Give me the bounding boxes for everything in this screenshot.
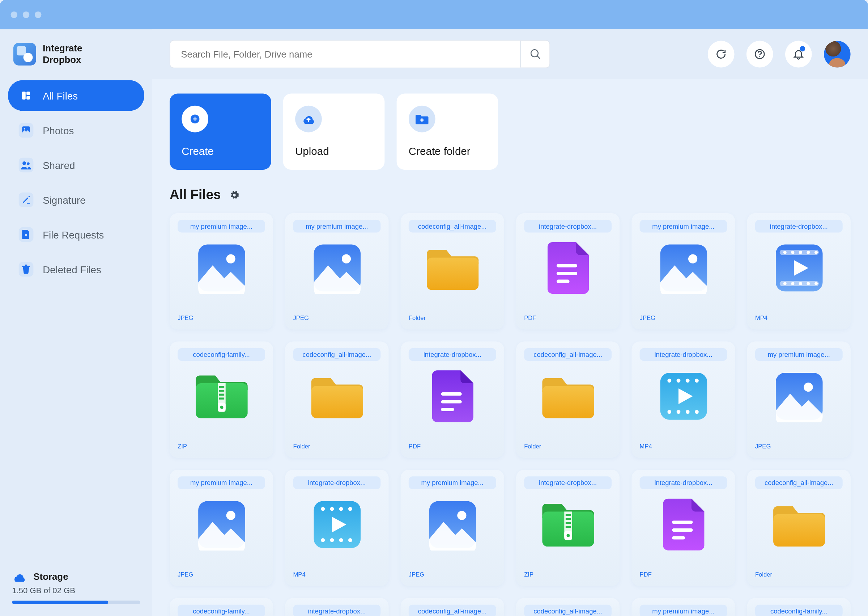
svg-point-57 [803, 383, 812, 391]
file-card[interactable]: my premium image...JPEG [285, 213, 389, 329]
storage-bar [12, 601, 140, 604]
svg-rect-0 [22, 91, 26, 99]
file-card[interactable]: integrate-dropbox... [285, 598, 389, 616]
search-box [170, 40, 550, 68]
file-card[interactable]: integrate-dropbox...PDF [401, 341, 504, 457]
file-name: integrate-dropbox... [639, 348, 727, 361]
file-name: codeconfig_all-image... [409, 605, 496, 616]
file-card[interactable]: my premium image...JPEG [170, 213, 273, 329]
avatar[interactable] [824, 41, 851, 68]
svg-point-31 [799, 282, 802, 285]
search-input[interactable] [170, 41, 520, 68]
sidebar-item-label: Shared [43, 159, 75, 170]
file-name: my premium image... [177, 220, 265, 233]
svg-point-20 [688, 254, 697, 263]
file-card[interactable]: my premium image... [631, 598, 735, 616]
sidebar-item-label: Deleted Files [43, 264, 101, 275]
sidebar-item-shared[interactable]: Shared [8, 150, 144, 181]
svg-point-33 [814, 282, 817, 285]
sync-button[interactable] [708, 41, 735, 68]
action-label: Create [182, 146, 259, 157]
sidebar: Integrate Dropbox All FilesPhotosSharedS… [0, 29, 152, 616]
file-card[interactable]: my premium image...JPEG [631, 213, 735, 329]
file-card[interactable]: my premium image...JPEG [747, 341, 851, 457]
create-folder-button[interactable]: Create folder [397, 93, 498, 170]
sidebar-item-file-requests[interactable]: File Requests [8, 219, 144, 250]
file-image-icon [195, 498, 248, 550]
file-card[interactable]: integrate-dropbox...PDF [516, 213, 619, 329]
file-type: JPEG [177, 314, 193, 321]
search-button[interactable] [520, 41, 549, 68]
file-name: codeconfig_all-image... [524, 605, 611, 616]
create-button[interactable]: Create [170, 93, 271, 170]
file-card[interactable]: integrate-dropbox...MP4 [631, 341, 735, 457]
file-type: Folder [524, 443, 541, 449]
image-icon [19, 123, 34, 138]
file-card[interactable]: codeconfig_all-image... [401, 598, 504, 616]
file-type: JPEG [755, 443, 771, 449]
file-card[interactable]: integrate-dropbox...PDF [631, 470, 735, 586]
file-icon [19, 227, 34, 242]
file-name: integrate-dropbox... [524, 220, 611, 233]
brand: Integrate Dropbox [8, 39, 144, 80]
sidebar-item-photos[interactable]: Photos [8, 115, 144, 146]
file-card[interactable]: my premium image...JPEG [170, 470, 273, 586]
sidebar-item-deleted-files[interactable]: Deleted Files [8, 254, 144, 284]
file-card[interactable]: codeconfig_all-image... [516, 598, 619, 616]
svg-point-28 [814, 251, 817, 254]
svg-rect-46 [542, 386, 594, 418]
svg-point-32 [806, 282, 809, 285]
file-name: my premium image... [409, 476, 496, 489]
file-card[interactable]: codeconfig-family...ZIP [170, 341, 273, 457]
file-folder-icon [311, 370, 363, 423]
svg-point-27 [806, 251, 809, 254]
file-name: my premium image... [639, 605, 727, 616]
section-title: All Files [170, 187, 221, 202]
file-name: my premium image... [639, 220, 727, 233]
file-card[interactable]: codeconfig_all-image...Folder [747, 470, 851, 586]
svg-point-41 [219, 406, 223, 409]
svg-rect-80 [672, 528, 692, 532]
file-name: integrate-dropbox... [293, 605, 381, 616]
file-type: JPEG [293, 314, 309, 321]
sidebar-item-label: Signature [43, 194, 86, 205]
svg-point-61 [320, 507, 324, 511]
action-label: Create folder [409, 146, 486, 157]
file-card[interactable]: codeconfig_all-image...Folder [401, 213, 504, 329]
file-name: my premium image... [293, 220, 381, 233]
file-card[interactable]: codeconfig_all-image...Folder [516, 341, 619, 457]
file-name: my premium image... [177, 476, 265, 489]
svg-point-24 [783, 251, 786, 254]
sidebar-item-signature[interactable]: Signature [8, 184, 144, 215]
file-pdf-alt-icon [426, 370, 478, 423]
upload-button[interactable]: Upload [283, 93, 385, 170]
file-card[interactable]: codeconfig_all-image...Folder [285, 341, 389, 457]
notifications-button[interactable] [785, 41, 812, 68]
svg-rect-45 [440, 408, 454, 411]
file-name: codeconfig_all-image... [755, 476, 843, 489]
file-name: integrate-dropbox... [639, 476, 727, 489]
sidebar-item-label: File Requests [43, 229, 104, 240]
file-type: ZIP [524, 571, 533, 578]
file-card[interactable]: my premium image...JPEG [401, 470, 504, 586]
file-card[interactable]: codeconfig-family... [170, 598, 273, 616]
file-type: MP4 [755, 314, 768, 321]
file-type: MP4 [293, 571, 305, 578]
file-name: codeconfig-family... [755, 605, 843, 616]
file-card[interactable]: integrate-dropbox...ZIP [516, 470, 619, 586]
file-card[interactable]: codeconfig-family... [747, 598, 851, 616]
file-name: integrate-dropbox... [293, 476, 381, 489]
gear-icon[interactable] [229, 189, 240, 200]
file-card[interactable]: integrate-dropbox...MP4 [285, 470, 389, 586]
sidebar-item-all-files[interactable]: All Files [8, 80, 144, 111]
help-button[interactable] [746, 41, 773, 68]
file-type: Folder [755, 571, 772, 578]
cloud-icon [12, 571, 27, 582]
svg-rect-39 [219, 398, 224, 399]
svg-rect-15 [426, 258, 478, 290]
svg-point-70 [457, 511, 466, 520]
svg-point-63 [339, 507, 343, 511]
trash-icon [19, 262, 34, 277]
file-card[interactable]: integrate-dropbox...MP4 [747, 213, 851, 329]
file-name: codeconfig_all-image... [409, 220, 496, 233]
